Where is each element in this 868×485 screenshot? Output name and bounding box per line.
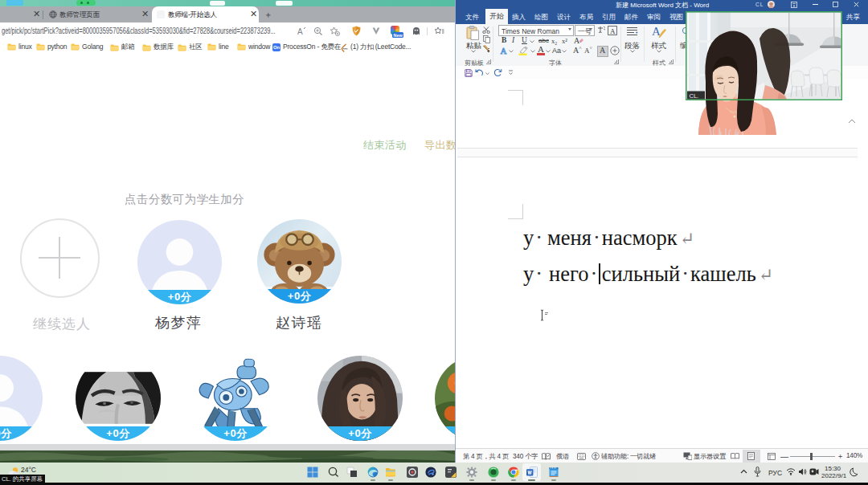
tab-开始选人[interactable]: 教师端-开始选人 ✕	[152, 6, 259, 22]
undo-icon[interactable]	[475, 69, 484, 77]
bookmark-star-icon[interactable]	[330, 26, 340, 36]
score-badge[interactable]: +0分	[137, 290, 222, 304]
end-activity-button[interactable]: 结束活动	[363, 138, 407, 153]
accessibility-icon[interactable]	[592, 452, 600, 460]
avatar-zhaoshiyao[interactable]: +0分	[257, 219, 342, 304]
green-circle-app-icon[interactable]	[488, 467, 499, 478]
status-page-number[interactable]: 第 4 页，共 4 页	[463, 452, 509, 461]
word-account-name[interactable]: CL	[755, 2, 764, 7]
undo-dropdown[interactable]	[485, 72, 489, 75]
score-badge[interactable]: +0分	[317, 426, 403, 441]
bookmark-item-processon[interactable]: OnProcessOn - 免费在...	[272, 43, 346, 52]
wifi-icon[interactable]	[786, 468, 796, 475]
bookmark-item[interactable]: 数据库	[142, 43, 174, 52]
tab-close[interactable]: ✕	[141, 10, 149, 18]
adguard-shield-icon[interactable]	[352, 26, 361, 36]
carousel-avatar-flowers[interactable]: +0分	[435, 356, 457, 441]
tray-chevron-icon[interactable]	[740, 469, 747, 475]
styles-icon[interactable]: A	[651, 25, 667, 39]
minimize-button[interactable]	[813, 4, 818, 5]
format-painter-icon[interactable]	[482, 45, 490, 53]
tab-home[interactable]: 开始	[485, 9, 508, 24]
url-text[interactable]: get/pick/pc/startPick?activeid=800003595…	[2, 26, 276, 35]
underline-dropdown[interactable]	[530, 40, 534, 43]
favorites-star-icon[interactable]	[434, 26, 444, 36]
carousel-avatar-girl[interactable]: +0分	[317, 356, 403, 441]
subscript-button[interactable]: x₂	[551, 37, 557, 45]
highlight-icon[interactable]	[518, 46, 529, 55]
tab-close[interactable]: ✕	[250, 10, 257, 18]
camera-indicator-icon[interactable]	[809, 468, 819, 475]
underline-button[interactable]: U	[522, 36, 527, 44]
tab-layout[interactable]: 布局	[579, 13, 593, 22]
search-icon[interactable]	[328, 467, 339, 478]
copy-icon[interactable]	[483, 35, 490, 43]
tab-references[interactable]: 引用	[602, 13, 616, 22]
start-button[interactable]	[307, 467, 318, 478]
bookmark-item-leetcode[interactable]: (1) 力扣 (LeetCode...	[341, 43, 411, 52]
share-button[interactable]: 共享	[846, 13, 860, 22]
tab-view[interactable]: 视图	[669, 13, 683, 22]
clear-formatting-icon[interactable]: A	[574, 36, 583, 45]
zoom-out-button[interactable]: —	[780, 452, 788, 461]
microphone-icon[interactable]	[754, 467, 761, 477]
keyboard-icon[interactable]	[577, 453, 586, 460]
font-color-dropdown[interactable]	[546, 50, 551, 53]
print-layout-icon[interactable]	[747, 452, 755, 460]
tab-design[interactable]: 设计	[557, 13, 571, 22]
carousel-avatar-eyes[interactable]: +0分	[76, 356, 161, 441]
change-case-dropdown[interactable]	[562, 50, 567, 53]
bookmark-item[interactable]: Golang	[71, 43, 103, 51]
phonetic-guide-icon[interactable]	[597, 26, 606, 35]
score-badge[interactable]: +0分	[257, 289, 342, 304]
font-name-combobox[interactable]: Times New Roman	[498, 25, 574, 36]
bookmark-item[interactable]: line	[207, 43, 228, 51]
highlight-dropdown[interactable]	[530, 50, 535, 53]
input-language-indicator[interactable]: РУС	[768, 469, 782, 477]
word-taskbar-icon[interactable]	[526, 467, 538, 478]
tab-review[interactable]: 审阅	[647, 13, 661, 22]
zoom-slider-thumb[interactable]	[810, 453, 813, 460]
paragraph-dropdown[interactable]	[630, 50, 635, 53]
styles-dropdown[interactable]	[657, 50, 661, 53]
export-data-button[interactable]: 导出数据	[424, 138, 457, 153]
display-settings-icon[interactable]	[683, 452, 692, 460]
paste-dropdown-arrow[interactable]	[471, 50, 476, 53]
tray-time[interactable]: 15:30	[825, 465, 841, 472]
zoom-percentage[interactable]: 140%	[846, 452, 862, 459]
file-explorer-icon[interactable]	[385, 467, 396, 478]
paragraph-icon[interactable]	[626, 26, 638, 38]
bookmark-item[interactable]: python	[36, 43, 67, 51]
font-dialog-launcher[interactable]	[614, 59, 619, 64]
bookmark-item[interactable]: linux	[7, 43, 31, 51]
carousel-avatar-robot[interactable]: +0分	[193, 356, 278, 441]
font-size-icon[interactable]: A	[297, 26, 306, 36]
close-button[interactable]	[854, 2, 859, 7]
redo-icon[interactable]	[493, 68, 502, 77]
proofing-icon[interactable]	[542, 453, 551, 460]
recorder-app-icon[interactable]	[407, 467, 418, 478]
clipboard-dialog-launcher[interactable]	[486, 59, 491, 64]
continue-pick-button[interactable]	[20, 218, 100, 298]
tab-close-cut[interactable]: ✕	[33, 10, 40, 18]
word-account-avatar[interactable]	[768, 1, 775, 8]
tab-draw[interactable]: 绘图	[534, 13, 548, 22]
score-badge[interactable]: +0分	[435, 426, 457, 441]
tab-管理页面[interactable]: 教师管理页面 ✕	[45, 6, 149, 22]
status-accessibility[interactable]: 辅助功能: 一切就绪	[601, 452, 656, 461]
webcam-overlay[interactable]: CL.	[686, 11, 842, 137]
bold-button[interactable]: B	[502, 36, 506, 44]
weather-temp[interactable]: 24°C	[21, 466, 36, 474]
shading-icon[interactable]: A	[597, 46, 608, 57]
text-effects-dropdown[interactable]	[509, 50, 514, 53]
zoom-slider-track[interactable]	[790, 456, 835, 457]
font-color-icon[interactable]: A	[537, 45, 546, 55]
cut-icon[interactable]	[482, 26, 490, 34]
dark-square-app-icon[interactable]	[445, 467, 457, 478]
bookmark-item[interactable]: window	[237, 43, 270, 51]
status-display-settings[interactable]: 显示器设置	[694, 452, 726, 461]
superscript-button[interactable]: x²	[562, 37, 567, 45]
strikethrough-button[interactable]: abc	[538, 37, 549, 44]
tab-insert[interactable]: 插入	[512, 13, 526, 22]
save-icon[interactable]	[465, 69, 473, 77]
